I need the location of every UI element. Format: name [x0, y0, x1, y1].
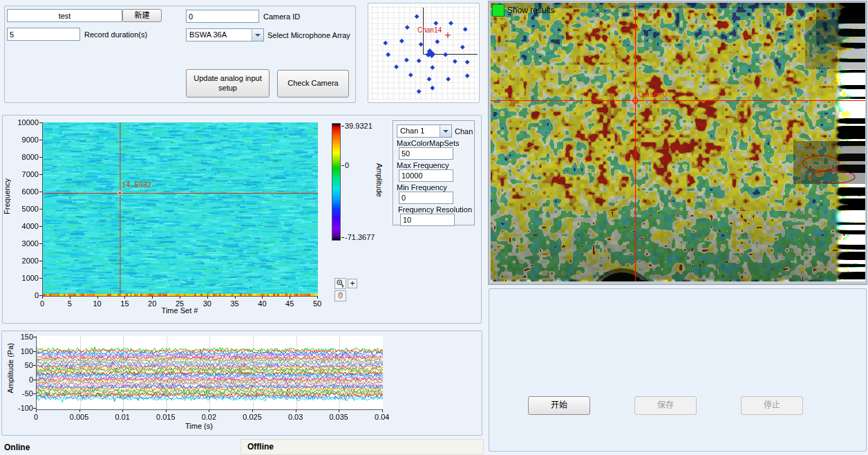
color-scale-tick-mark: [341, 126, 344, 127]
spec-y-tick-mark: [39, 122, 42, 123]
wave-y-tick-mark: [33, 380, 36, 380]
online-status-label: Online: [4, 443, 30, 452]
wave-x-tick-mark: [339, 409, 339, 412]
plus-icon: +: [350, 279, 355, 288]
wave-x-tick-mark: [122, 409, 123, 412]
channel-select[interactable]: Chan 1: [397, 124, 452, 138]
spec-x-tick-label: 30: [197, 299, 218, 308]
pan-tool-button[interactable]: [334, 290, 346, 301]
beamforming-camera-image[interactable]: [491, 3, 865, 281]
waveform-x-axis-label: Time (s): [164, 422, 234, 430]
wave-x-tick-label: 0.03: [282, 413, 310, 421]
mic-array-cursor-label: Chan14: [417, 26, 442, 34]
color-scale-label: Amplitude: [375, 163, 384, 197]
wave-x-tick-label: 0: [22, 413, 50, 421]
camera-id-input[interactable]: [186, 10, 259, 23]
spec-x-tick-mark: [317, 296, 318, 299]
spec-x-tick-label: 35: [225, 299, 245, 308]
spec-x-tick-mark: [42, 296, 43, 299]
update-analog-input-button[interactable]: Update analog input setup: [186, 69, 270, 98]
image-cursor-label: Cursor 0: [638, 90, 667, 98]
spec-y-tick-label: 10000: [11, 118, 39, 127]
frequency-resolution-label: Frequency Resolution: [398, 205, 472, 214]
spec-x-tick-label: 0: [32, 299, 53, 308]
wave-x-tick-mark: [252, 409, 253, 412]
color-scale-tick-mark: [341, 165, 344, 166]
wave-x-tick-label: 0.01: [108, 413, 136, 421]
amplitude-color-scale[interactable]: [332, 123, 341, 241]
spec-x-tick-mark: [290, 296, 290, 299]
spec-x-tick-label: 20: [142, 299, 162, 308]
spec-y-tick-mark: [39, 174, 42, 175]
spec-y-tick-label: 0: [11, 291, 39, 299]
spec-y-tick-label: 5000: [11, 205, 39, 213]
waveform-plot[interactable]: [36, 336, 383, 410]
frequency-resolution-input[interactable]: [400, 214, 455, 226]
spec-y-tick-mark: [39, 157, 42, 158]
spec-y-tick-mark: [39, 226, 42, 227]
record-duration-input[interactable]: [7, 28, 80, 41]
wave-x-tick-mark: [36, 409, 37, 412]
cursor-plus-tool-button[interactable]: +: [348, 279, 357, 288]
wave-y-tick-label: 150: [6, 333, 33, 341]
wave-x-tick-label: 0.035: [325, 413, 352, 421]
color-scale-tick-label: 39.9321: [345, 122, 372, 130]
wave-y-tick-mark: [33, 337, 36, 337]
show-results-checkbox[interactable]: [492, 4, 504, 17]
mic-array-plot[interactable]: [370, 5, 478, 101]
spectrogram-y-axis-label: Frequency: [3, 178, 11, 214]
session-name-input[interactable]: [7, 9, 122, 22]
new-session-button[interactable]: 新建: [122, 9, 162, 22]
spec-y-tick-mark: [39, 192, 42, 192]
spec-y-tick-label: 8000: [11, 153, 39, 161]
max-frequency-label: Max Frequency: [397, 161, 449, 169]
wave-x-tick-label: 0.02: [195, 413, 223, 421]
microphone-array-select[interactable]: BSWA 36A: [186, 28, 264, 41]
channel-select-value: Chan 1: [397, 125, 440, 137]
wave-y-tick-label: -50: [6, 389, 33, 398]
spec-x-tick-label: 45: [279, 299, 300, 308]
save-button[interactable]: 保存: [634, 396, 697, 415]
offline-status-strip: [240, 439, 484, 455]
min-frequency-input[interactable]: [399, 192, 453, 204]
magnifier-icon: [336, 279, 345, 289]
wave-x-tick-mark: [209, 409, 209, 412]
zoom-tool-button[interactable]: [334, 278, 346, 289]
spec-x-tick-label: 40: [252, 299, 272, 308]
start-button[interactable]: 开始: [528, 396, 590, 415]
spec-x-tick-mark: [235, 296, 236, 299]
wave-x-tick-label: 0.015: [152, 413, 180, 421]
max-colormap-sets-input[interactable]: [399, 147, 453, 160]
stop-button[interactable]: 停止: [741, 396, 803, 415]
spectrogram-plot[interactable]: [42, 122, 318, 297]
spec-x-tick-mark: [207, 296, 208, 299]
color-scale-tick-label: -71.3677: [345, 233, 375, 241]
record-duration-label: Record duration(s): [84, 30, 147, 39]
wave-x-tick-mark: [382, 409, 383, 412]
spec-y-tick-mark: [39, 243, 42, 244]
wave-x-tick-mark: [166, 409, 167, 412]
spec-x-tick-mark: [97, 296, 98, 299]
application-window: 新建 Record duration(s) Camera ID BSWA 36A…: [0, 0, 868, 455]
wave-x-tick-mark: [296, 409, 296, 412]
wave-y-tick-mark: [33, 393, 36, 394]
spec-y-tick-label: 3000: [11, 239, 39, 248]
max-frequency-input[interactable]: [399, 169, 453, 182]
wave-y-tick-label: 50: [6, 361, 33, 369]
spec-x-tick-mark: [124, 296, 125, 299]
wave-x-tick-mark: [79, 409, 80, 412]
spec-x-tick-label: 5: [59, 299, 80, 308]
wave-y-tick-mark: [33, 365, 36, 366]
channel-select-label: Chan: [455, 127, 473, 136]
microphone-array-value: BSWA 36A: [187, 29, 252, 41]
color-scale-tick-label: 0: [345, 161, 349, 169]
spec-y-tick-mark: [39, 140, 42, 140]
spec-y-tick-label: 2000: [11, 257, 39, 265]
check-camera-button[interactable]: Check Camera: [277, 70, 349, 98]
wave-y-tick-mark: [33, 351, 36, 352]
min-frequency-label: Min Frequency: [397, 183, 447, 192]
spec-y-tick-mark: [39, 209, 42, 210]
wave-x-tick-label: 0.025: [238, 413, 266, 421]
wave-y-tick-mark: [33, 408, 36, 409]
max-colormap-sets-label: MaxColorMapSets: [397, 139, 459, 147]
